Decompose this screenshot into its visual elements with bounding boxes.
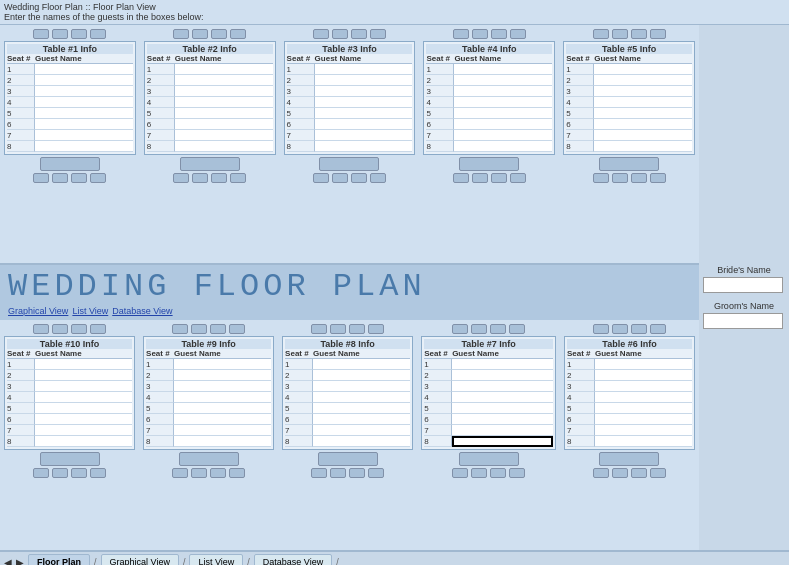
guest-input-8[interactable] xyxy=(595,436,692,447)
guest-input-3[interactable] xyxy=(454,86,552,97)
tab-graphical-view[interactable]: Graphical View xyxy=(101,554,179,565)
seat-num-5: 5 xyxy=(426,108,454,119)
guest-input-7[interactable] xyxy=(35,130,133,141)
tab-database-view[interactable]: Database View xyxy=(254,554,332,565)
chair xyxy=(612,468,628,478)
list-view-link[interactable]: List View xyxy=(72,306,108,316)
guest-input-4[interactable] xyxy=(35,97,133,108)
guest-input-4[interactable] xyxy=(595,392,692,403)
guest-input-4[interactable] xyxy=(174,392,271,403)
chairs-row xyxy=(453,173,526,183)
guest-input-3[interactable] xyxy=(313,381,410,392)
guest-input-4[interactable] xyxy=(35,392,132,403)
guest-input-1[interactable] xyxy=(35,64,133,75)
tab-list-view[interactable]: List View xyxy=(189,554,243,565)
guest-input-1[interactable] xyxy=(35,359,132,370)
guest-input-8[interactable] xyxy=(35,436,132,447)
guest-input-7[interactable] xyxy=(174,425,271,436)
guest-input-5[interactable] xyxy=(313,403,410,414)
guest-input-3[interactable] xyxy=(35,86,133,97)
guest-input-6[interactable] xyxy=(313,414,410,425)
groom-name-input[interactable] xyxy=(703,313,783,329)
guest-input-4[interactable] xyxy=(594,97,692,108)
guest-input-4[interactable] xyxy=(452,392,553,403)
guest-input-8[interactable] xyxy=(313,436,410,447)
guest-input-7[interactable] xyxy=(595,425,692,436)
guest-input-1[interactable] xyxy=(594,64,692,75)
guest-input-6[interactable] xyxy=(315,119,413,130)
chair xyxy=(90,173,106,183)
guest-input-7[interactable] xyxy=(454,130,552,141)
guest-input-1[interactable] xyxy=(454,64,552,75)
seat-num-2: 2 xyxy=(426,75,454,86)
guest-input-6[interactable] xyxy=(594,119,692,130)
guest-input-4[interactable] xyxy=(454,97,552,108)
guest-input-4[interactable] xyxy=(313,392,410,403)
groom-label: Groom's Name xyxy=(703,301,785,311)
guest-input-6[interactable] xyxy=(175,119,273,130)
bride-name-input[interactable] xyxy=(703,277,783,293)
guest-input-6[interactable] xyxy=(452,414,553,425)
guest-input-2[interactable] xyxy=(315,75,413,86)
guest-input-8[interactable] xyxy=(452,436,553,447)
guest-input-8[interactable] xyxy=(454,141,552,152)
guest-input-7[interactable] xyxy=(313,425,410,436)
guest-input-1[interactable] xyxy=(452,359,553,370)
guest-input-5[interactable] xyxy=(35,108,133,119)
guest-input-6[interactable] xyxy=(174,414,271,425)
graphical-view-link[interactable]: Graphical View xyxy=(8,306,68,316)
guest-input-7[interactable] xyxy=(35,425,132,436)
guest-input-5[interactable] xyxy=(595,403,692,414)
guest-input-2[interactable] xyxy=(175,75,273,86)
guest-input-1[interactable] xyxy=(595,359,692,370)
guest-input-2[interactable] xyxy=(313,370,410,381)
guest-input-6[interactable] xyxy=(35,119,133,130)
guest-input-5[interactable] xyxy=(452,403,553,414)
guest-input-7[interactable] xyxy=(315,130,413,141)
guest-input-6[interactable] xyxy=(35,414,132,425)
bride-label: Bride's Name xyxy=(703,265,785,275)
guest-input-3[interactable] xyxy=(35,381,132,392)
guest-input-4[interactable] xyxy=(315,97,413,108)
guest-input-2[interactable] xyxy=(452,370,553,381)
guest-input-2[interactable] xyxy=(35,370,132,381)
guest-input-8[interactable] xyxy=(594,141,692,152)
guest-input-4[interactable] xyxy=(175,97,273,108)
guest-input-2[interactable] xyxy=(454,75,552,86)
tab-floor-plan[interactable]: Floor Plan xyxy=(28,554,90,565)
guest-input-1[interactable] xyxy=(174,359,271,370)
guest-input-3[interactable] xyxy=(174,381,271,392)
guest-input-3[interactable] xyxy=(315,86,413,97)
guest-input-8[interactable] xyxy=(174,436,271,447)
chair xyxy=(192,173,208,183)
nav-next[interactable]: ▶ xyxy=(16,557,24,566)
guest-input-5[interactable] xyxy=(454,108,552,119)
guest-input-5[interactable] xyxy=(175,108,273,119)
database-view-link[interactable]: Database View xyxy=(112,306,172,316)
guest-input-2[interactable] xyxy=(174,370,271,381)
guest-input-3[interactable] xyxy=(594,86,692,97)
guest-input-5[interactable] xyxy=(315,108,413,119)
guest-input-8[interactable] xyxy=(35,141,133,152)
guest-input-1[interactable] xyxy=(315,64,413,75)
guest-input-1[interactable] xyxy=(175,64,273,75)
guest-input-2[interactable] xyxy=(35,75,133,86)
guest-input-6[interactable] xyxy=(454,119,552,130)
guest-input-7[interactable] xyxy=(594,130,692,141)
guest-input-3[interactable] xyxy=(452,381,553,392)
guest-input-1[interactable] xyxy=(313,359,410,370)
guest-input-7[interactable] xyxy=(175,130,273,141)
guest-input-8[interactable] xyxy=(315,141,413,152)
guest-input-8[interactable] xyxy=(175,141,273,152)
nav-prev[interactable]: ◀ xyxy=(4,557,12,566)
guest-input-5[interactable] xyxy=(594,108,692,119)
guest-input-3[interactable] xyxy=(175,86,273,97)
seat-num-5: 5 xyxy=(566,108,594,119)
guest-input-2[interactable] xyxy=(595,370,692,381)
guest-input-7[interactable] xyxy=(452,425,553,436)
guest-input-3[interactable] xyxy=(595,381,692,392)
guest-input-5[interactable] xyxy=(35,403,132,414)
guest-input-6[interactable] xyxy=(595,414,692,425)
guest-input-5[interactable] xyxy=(174,403,271,414)
guest-input-2[interactable] xyxy=(594,75,692,86)
